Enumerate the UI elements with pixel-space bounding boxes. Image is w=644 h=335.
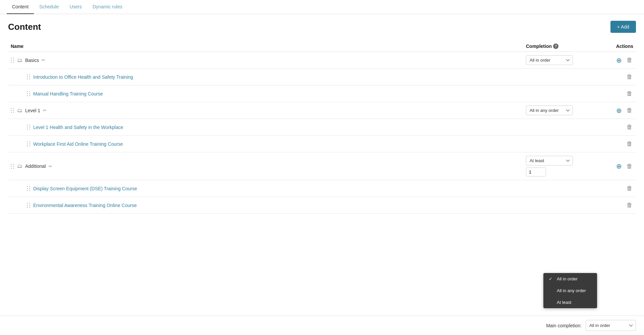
item-manual-handling: Manual Handling Training Course 🗑 — [8, 85, 636, 102]
item-environmental-link[interactable]: Environmental Awareness Training Online … — [33, 203, 137, 208]
item-intro-office-name: Introduction to Office Health and Safety… — [11, 74, 526, 80]
completion-additional-select[interactable]: All in order All in any order At least — [526, 156, 573, 165]
edit-additional-icon[interactable]: ✏ — [49, 164, 52, 169]
completion-additional: All in order All in any order At least — [526, 156, 593, 177]
tab-users[interactable]: Users — [64, 0, 87, 14]
add-button[interactable]: + Add — [610, 21, 636, 33]
main-content: Content + Add Name Completion ? Actions … — [0, 14, 644, 220]
item-environmental: Environmental Awareness Training Online … — [8, 197, 636, 214]
delete-additional-button[interactable]: 🗑 — [626, 162, 633, 171]
header-completion: Completion ? — [526, 44, 593, 49]
actions-dse: 🗑 — [593, 184, 633, 193]
drag-handle-basics[interactable] — [11, 58, 14, 63]
delete-intro-office-button[interactable]: 🗑 — [626, 73, 633, 81]
section-level1-name: 🗂 Level 1 ✏ — [11, 108, 526, 114]
item-environmental-name: Environmental Awareness Training Online … — [11, 203, 526, 208]
item-intro-office: Introduction to Office Health and Safety… — [8, 69, 636, 85]
item-level1-health: Level 1 Health and Safety in the Workpla… — [8, 119, 636, 136]
delete-level1-button[interactable]: 🗑 — [626, 106, 633, 115]
at-least-number-input[interactable] — [526, 168, 546, 177]
item-first-aid: Workplace First Aid Online Training Cour… — [8, 136, 636, 152]
delete-basics-button[interactable]: 🗑 — [626, 56, 633, 64]
item-first-aid-name: Workplace First Aid Online Training Cour… — [11, 141, 526, 147]
drag-handle-additional[interactable] — [11, 164, 14, 169]
item-level1-health-link[interactable]: Level 1 Health and Safety in the Workpla… — [33, 125, 123, 130]
header-name: Name — [11, 44, 526, 49]
item-level1-health-name: Level 1 Health and Safety in the Workpla… — [11, 125, 526, 130]
section-basics-label: Basics — [25, 58, 39, 63]
actions-additional: ⊕ 🗑 — [593, 161, 633, 171]
header-actions: Actions — [593, 44, 633, 49]
drag-handle-level1[interactable] — [11, 108, 14, 113]
actions-intro-office: 🗑 — [593, 73, 633, 81]
add-to-basics-button[interactable]: ⊕ — [615, 56, 623, 65]
drag-handle-level1-health[interactable] — [27, 125, 31, 130]
actions-manual-handling: 🗑 — [593, 89, 633, 98]
delete-dse-button[interactable]: 🗑 — [626, 184, 633, 193]
drag-handle-intro-office[interactable] — [27, 74, 31, 79]
section-basics: 🗂 Basics ✏ All in order All in any order… — [8, 52, 636, 69]
section-additional: 🗂 Additional ✏ All in order All in any o… — [8, 152, 636, 180]
table-header: Name Completion ? Actions — [8, 41, 636, 52]
add-to-additional-button[interactable]: ⊕ — [615, 161, 623, 171]
section-additional-label: Additional — [25, 163, 46, 169]
item-dse: Display Screen Equipment (DSE) Training … — [8, 180, 636, 197]
section-level1: 🗂 Level 1 ✏ All in order All in any orde… — [8, 102, 636, 119]
completion-basics: All in order All in any order At least — [526, 55, 593, 65]
delete-first-aid-button[interactable]: 🗑 — [626, 140, 633, 148]
item-dse-name: Display Screen Equipment (DSE) Training … — [11, 186, 526, 191]
section-level1-label: Level 1 — [25, 108, 40, 113]
completion-info-icon[interactable]: ? — [553, 44, 558, 49]
folder-icon-basics: 🗂 — [17, 57, 22, 63]
item-manual-handling-link[interactable]: Manual Handling Training Course — [33, 91, 103, 96]
item-dse-link[interactable]: Display Screen Equipment (DSE) Training … — [33, 186, 137, 191]
tab-content[interactable]: Content — [7, 0, 34, 14]
drag-handle-first-aid[interactable] — [27, 141, 31, 146]
section-additional-name: 🗂 Additional ✏ — [11, 163, 526, 169]
completion-level1-select[interactable]: All in order All in any order At least — [526, 106, 573, 115]
item-manual-handling-name: Manual Handling Training Course — [11, 91, 526, 96]
delete-level1-health-button[interactable]: 🗑 — [626, 123, 633, 131]
actions-level1: ⊕ 🗑 — [593, 106, 633, 115]
drag-handle-environmental[interactable] — [27, 203, 31, 208]
folder-icon-additional: 🗂 — [17, 163, 22, 169]
drag-handle-dse[interactable] — [27, 186, 31, 191]
edit-basics-icon[interactable]: ✏ — [42, 58, 45, 63]
actions-first-aid: 🗑 — [593, 140, 633, 148]
item-first-aid-link[interactable]: Workplace First Aid Online Training Cour… — [33, 141, 123, 147]
page-title: Content — [8, 22, 41, 32]
folder-icon-level1: 🗂 — [17, 108, 22, 114]
actions-environmental: 🗑 — [593, 201, 633, 209]
item-intro-office-link[interactable]: Introduction to Office Health and Safety… — [33, 74, 133, 80]
tab-bar: Content Schedule Users Dynamic rules — [0, 0, 644, 14]
actions-basics: ⊕ 🗑 — [593, 56, 633, 65]
page-header: Content + Add — [8, 21, 636, 33]
drag-handle-manual-handling[interactable] — [27, 91, 31, 96]
actions-level1-health: 🗑 — [593, 123, 633, 131]
delete-manual-handling-button[interactable]: 🗑 — [626, 89, 633, 98]
completion-level1: All in order All in any order At least — [526, 106, 593, 115]
add-to-level1-button[interactable]: ⊕ — [615, 106, 623, 115]
tab-schedule[interactable]: Schedule — [34, 0, 64, 14]
section-basics-name: 🗂 Basics ✏ — [11, 57, 526, 63]
edit-level1-icon[interactable]: ✏ — [43, 108, 47, 113]
tab-dynamic-rules[interactable]: Dynamic rules — [87, 0, 128, 14]
delete-environmental-button[interactable]: 🗑 — [626, 201, 633, 209]
completion-basics-select[interactable]: All in order All in any order At least — [526, 55, 573, 65]
